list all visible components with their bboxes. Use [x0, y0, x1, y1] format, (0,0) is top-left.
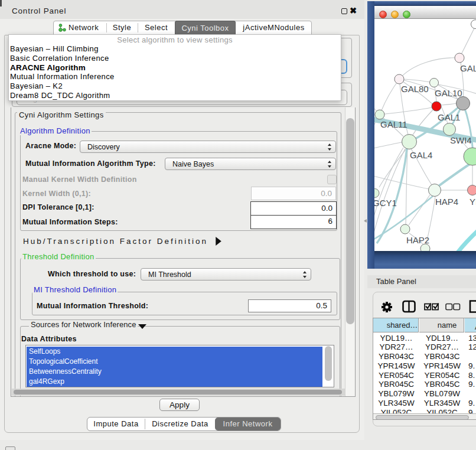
svg-text:HAP2: HAP2: [406, 235, 429, 245]
svg-text:GCY1: GCY1: [374, 198, 397, 208]
svg-text:HAP4: HAP4: [435, 197, 458, 207]
svg-text:GAL10: GAL10: [435, 88, 462, 98]
svg-text:GAL11: GAL11: [380, 119, 407, 129]
svg-text:GAL80: GAL80: [401, 84, 429, 94]
svg-text:GAL1: GAL1: [438, 112, 460, 122]
svg-text:SWI4: SWI4: [450, 135, 472, 145]
svg-text:GAL4: GAL4: [410, 150, 432, 160]
svg-text:GAL2: GAL2: [460, 63, 476, 73]
svg-text:YH: YH: [470, 197, 476, 207]
